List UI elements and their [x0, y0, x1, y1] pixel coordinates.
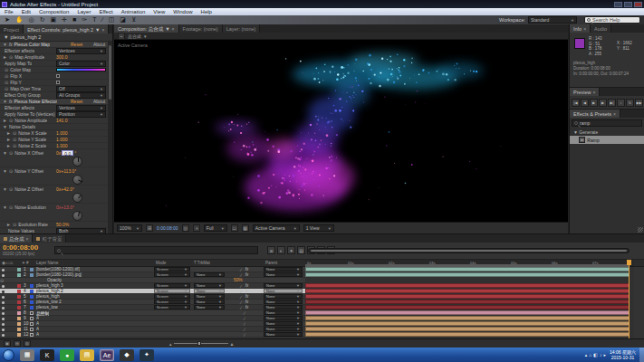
- pen-tool-icon[interactable]: ✑: [82, 15, 87, 24]
- stopwatch-icon[interactable]: ⊙: [9, 186, 13, 192]
- timeline-tab[interactable]: 总合成×: [0, 234, 33, 243]
- stopwatch-icon[interactable]: ⊙: [5, 73, 8, 79]
- minimize-button[interactable]: [614, 2, 622, 7]
- gradient-preview[interactable]: [56, 68, 106, 71]
- tab-effect-controls[interactable]: Effect Controls: plexus_high 2▼×: [24, 24, 109, 33]
- menu-effect[interactable]: Effect: [99, 9, 112, 14]
- timeline-track-area[interactable]: 0s01s02s03s04s05s06s07s: [305, 260, 634, 338]
- effect-row-noise-amplitude[interactable]: ►⊙Noise Amplitude141.0: [0, 118, 108, 124]
- zoom-slider-knob[interactable]: [197, 341, 201, 346]
- param-value[interactable]: 1.000: [56, 143, 68, 148]
- first-frame-button[interactable]: |◀: [572, 99, 580, 107]
- param-dropdown[interactable]: Vertices▼: [56, 48, 106, 54]
- window-titlebar[interactable]: Adobe After Effects - Untitled Project: [0, 0, 644, 8]
- layer-bar[interactable]: [305, 272, 630, 277]
- qq-taskbar-icon[interactable]: ✦: [139, 349, 154, 361]
- parent-dropdown[interactable]: None▼: [264, 283, 303, 288]
- about-link[interactable]: About: [93, 42, 105, 47]
- layer-name[interactable]: A: [36, 332, 39, 337]
- start-button[interactable]: [3, 349, 14, 361]
- visibility-eye-icon[interactable]: [2, 307, 5, 310]
- tab-project[interactable]: Project: [0, 24, 24, 33]
- layer-name[interactable]: plexus_low 2: [36, 300, 62, 304]
- twirl-icon[interactable]: ▼: [3, 42, 7, 47]
- label-color-chip[interactable]: [17, 311, 21, 315]
- twirl-icon[interactable]: ▼: [3, 205, 7, 210]
- close-tab-icon[interactable]: ×: [26, 236, 29, 242]
- ram-preview-button[interactable]: ▶▶: [635, 99, 643, 107]
- roi-icon[interactable]: ▭: [231, 224, 238, 232]
- visibility-eye-icon[interactable]: [2, 334, 5, 337]
- menu-window[interactable]: Window: [173, 9, 192, 14]
- eraser-tool-icon[interactable]: ◪: [120, 15, 126, 24]
- clone-stamp-tool-icon[interactable]: ◫: [109, 15, 115, 24]
- parent-dropdown[interactable]: None▼: [264, 272, 303, 277]
- label-color-chip[interactable]: [17, 322, 21, 326]
- effect-row-apply-map-to[interactable]: Apply Map ToColor▼: [0, 61, 108, 67]
- after-effects-taskbar-icon[interactable]: Ae: [100, 349, 114, 361]
- stopwatch-icon[interactable]: ⊙: [13, 143, 16, 148]
- effect-row-effector-affects[interactable]: Effector affectsVertices▼: [0, 48, 108, 54]
- effect-row-noise-x-offset[interactable]: ▼⊙Noise X Offset0x0.0°: [0, 149, 108, 167]
- property-value[interactable]: 50%: [234, 278, 243, 282]
- reset-link[interactable]: Reset: [71, 42, 82, 47]
- layer-bar[interactable]: [305, 316, 630, 320]
- parent-dropdown[interactable]: None▼: [264, 327, 303, 331]
- composition-breadcrumb[interactable]: ⌁ 总合成▾: [114, 33, 568, 40]
- effect-row-flip-x[interactable]: ⊙Flip X: [0, 73, 108, 80]
- tab-audio[interactable]: Audio: [591, 24, 611, 33]
- visibility-eye-icon[interactable]: [2, 323, 5, 326]
- label-color-chip[interactable]: [17, 268, 21, 272]
- tray-icon-3[interactable]: ♪: [600, 352, 602, 357]
- visibility-eye-icon[interactable]: [2, 312, 5, 315]
- panel-resize-grip[interactable]: [638, 227, 643, 233]
- layer-bar[interactable]: [305, 321, 630, 326]
- twirl-icon[interactable]: ►: [6, 137, 11, 142]
- browser-taskbar-icon[interactable]: ●: [60, 349, 74, 361]
- layer-name[interactable]: plexus_high 3: [36, 283, 63, 288]
- stopwatch-icon[interactable]: ⊙: [13, 137, 16, 142]
- trkmat-dropdown[interactable]: None▼: [194, 283, 225, 288]
- expand-transfer-controls-button[interactable]: ▤: [14, 340, 21, 347]
- blend-mode-dropdown[interactable]: Screen▼: [154, 300, 190, 304]
- parent-dropdown[interactable]: None▼: [264, 294, 303, 299]
- label-color-chip[interactable]: [17, 295, 21, 299]
- audio-button[interactable]: ♪: [617, 99, 625, 107]
- workspace-dropdown[interactable]: Standard▼: [528, 16, 577, 24]
- param-value[interactable]: 0x+42.0°: [56, 186, 74, 192]
- twirl-icon[interactable]: ▼: [3, 150, 7, 156]
- tab-preview[interactable]: Preview×: [570, 88, 600, 96]
- visibility-eye-icon[interactable]: [2, 291, 5, 293]
- param-value[interactable]: 0x0.0°: [56, 150, 76, 156]
- close-tab-icon[interactable]: ×: [172, 26, 175, 32]
- layer-bar[interactable]: [305, 327, 630, 331]
- layer-name[interactable]: A: [36, 316, 39, 320]
- layer-name[interactable]: [border(1080-1200).jpg]: [36, 272, 82, 277]
- maximize-button[interactable]: [624, 2, 632, 7]
- blend-mode-dropdown[interactable]: Screen▼: [154, 267, 190, 272]
- effect-controls-scrollbar[interactable]: [108, 42, 112, 233]
- expand-layer-switches-button[interactable]: ▣: [4, 340, 11, 347]
- twirl-icon[interactable]: ▼: [3, 99, 7, 104]
- composition-viewport[interactable]: Active Camera: [114, 40, 568, 222]
- menu-edit[interactable]: Edit: [22, 9, 31, 14]
- graph-editor-icon[interactable]: ▤: [297, 246, 305, 254]
- layer-row-12[interactable]: 12A∕None▼: [0, 332, 305, 338]
- tab-info[interactable]: Info×: [570, 24, 591, 33]
- twirl-icon[interactable]: ▼: [3, 186, 7, 192]
- playhead-marker[interactable]: [627, 260, 631, 265]
- layer-bar[interactable]: [305, 305, 630, 310]
- param-value[interactable]: 0x+13.0°: [56, 205, 74, 210]
- menu-view[interactable]: View: [153, 9, 165, 14]
- visibility-eye-icon[interactable]: [2, 285, 5, 288]
- current-time-display[interactable]: 0:00:08:00: [3, 243, 38, 252]
- tray-icon-1[interactable]: ⌂: [589, 352, 591, 357]
- parent-dropdown[interactable]: None▼: [264, 332, 303, 337]
- resolution-dropdown[interactable]: Full▼: [204, 224, 227, 232]
- hand-tool-icon[interactable]: ✋: [15, 15, 24, 24]
- label-color-chip[interactable]: [17, 273, 21, 277]
- visibility-eye-icon[interactable]: [2, 318, 5, 320]
- timeline-zoom-slider[interactable]: ▴▲: [169, 341, 234, 347]
- timeline-zoom-navigator[interactable]: [308, 248, 630, 253]
- effect-row-noise-y-offset[interactable]: ▼⊙Noise Y Offset0x+113.0°: [0, 167, 108, 186]
